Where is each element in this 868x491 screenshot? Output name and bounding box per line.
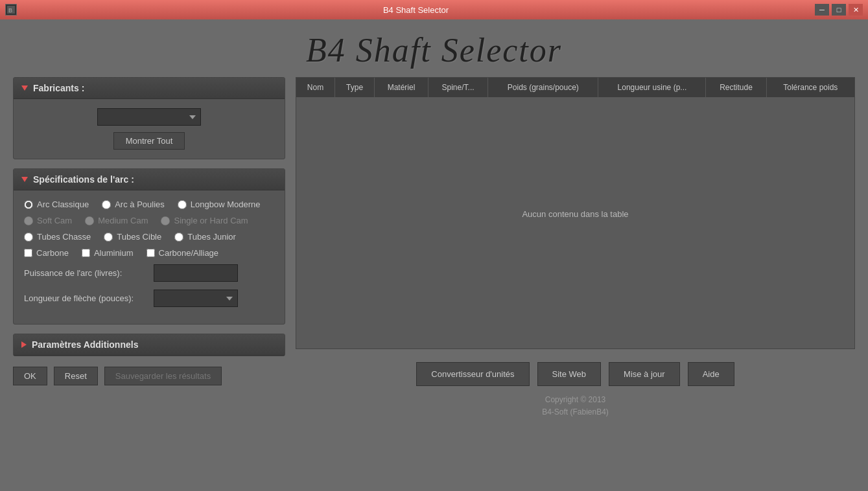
radio-soft-cam[interactable]: Soft Cam xyxy=(24,216,72,225)
arrow-length-label: Longueur de flèche (pouces): xyxy=(24,293,154,303)
copyright-line2: B4-Soft (FabienB4) xyxy=(296,406,855,418)
action-buttons-row: OK Reset Sauvegarder les résultats xyxy=(13,367,285,385)
additional-params-header[interactable]: Paramètres Additionnels xyxy=(14,334,285,356)
radio-tubes-cible[interactable]: Tubes Cible xyxy=(104,232,161,242)
show-all-button[interactable]: Montrer Tout xyxy=(113,132,185,150)
right-panel: Nom Type Matériel Spine/T... Poids (grai… xyxy=(296,77,855,418)
update-button[interactable]: Mise à jour xyxy=(609,362,680,386)
radio-tubes-cible-label: Tubes Cible xyxy=(117,232,161,242)
radio-tubes-chasse[interactable]: Tubes Chasse xyxy=(24,232,91,242)
collapse-arrow-icon xyxy=(21,86,28,91)
table-header-row: Nom Type Matériel Spine/T... Poids (grai… xyxy=(296,78,854,97)
radio-tubes-junior[interactable]: Tubes Junior xyxy=(174,232,236,242)
app-icon: B xyxy=(5,4,17,16)
radio-tubes-junior-label: Tubes Junior xyxy=(187,232,236,242)
bottom-buttons-bar: Convertisseur d'unités Site Web Mise à j… xyxy=(296,362,855,386)
minimize-button[interactable]: ─ xyxy=(815,4,829,16)
arrow-length-field-row: Longueur de flèche (pouces): xyxy=(24,290,274,307)
col-poids: Poids (grains/pouce) xyxy=(488,78,598,97)
close-button[interactable]: ✕ xyxy=(849,4,863,16)
power-label: Puissance de l'arc (livres): xyxy=(24,268,154,278)
additional-expand-icon xyxy=(21,341,27,348)
radio-arc-classique-label: Arc Classique xyxy=(37,200,89,209)
col-tolerance: Tolérance poids xyxy=(766,78,854,97)
data-table: Nom Type Matériel Spine/T... Poids (grai… xyxy=(296,78,854,330)
radio-soft-cam-input[interactable] xyxy=(24,216,33,225)
maximize-button[interactable]: □ xyxy=(832,4,846,16)
radio-tubes-chasse-input[interactable] xyxy=(24,233,33,242)
table-empty-message: Aucun contenu dans la table xyxy=(296,97,854,330)
radio-tubes-chasse-label: Tubes Chasse xyxy=(37,232,91,242)
radio-medium-cam-label: Medium Cam xyxy=(98,216,148,225)
checkbox-aluminium-input[interactable] xyxy=(82,249,90,257)
radio-arc-classique[interactable]: Arc Classique xyxy=(24,200,89,209)
bow-type-row: Arc Classique Arc à Poulies Longbow Mode… xyxy=(24,200,274,209)
cam-type-row: Soft Cam Medium Cam Single or Hard Cam xyxy=(24,216,274,225)
manufacturer-row xyxy=(24,108,274,126)
copyright-line1: Copyright © 2013 xyxy=(296,394,855,406)
save-button[interactable]: Sauvegarder les résultats xyxy=(104,367,222,385)
checkbox-aluminium-label: Aluminium xyxy=(94,248,134,258)
help-button[interactable]: Aide xyxy=(688,362,734,386)
specifications-section: Spécifications de l'arc : Arc Classique … xyxy=(13,168,285,325)
radio-arc-classique-input[interactable] xyxy=(24,200,33,209)
col-materiel: Matériel xyxy=(375,78,428,97)
radio-longbow-label: Longbow Moderne xyxy=(191,200,261,209)
spec-collapse-arrow-icon xyxy=(21,177,28,182)
titlebar-title: B4 Shaft Selector xyxy=(17,5,815,15)
radio-longbow-input[interactable] xyxy=(178,200,187,209)
checkbox-carbone-label: Carbone xyxy=(36,248,69,258)
radio-tubes-junior-input[interactable] xyxy=(174,233,183,242)
manufacturer-dropdown-wrapper xyxy=(97,108,201,126)
radio-longbow[interactable]: Longbow Moderne xyxy=(178,200,261,209)
svg-text:B: B xyxy=(8,7,12,14)
titlebar: B B4 Shaft Selector ─ □ ✕ xyxy=(0,0,868,19)
specifications-header[interactable]: Spécifications de l'arc : xyxy=(14,169,285,190)
power-field-row: Puissance de l'arc (livres): xyxy=(24,264,274,282)
col-longueur: Longueur usine (p... xyxy=(598,78,706,97)
col-type: Type xyxy=(335,78,375,97)
specifications-body: Arc Classique Arc à Poulies Longbow Mode… xyxy=(14,190,285,324)
radio-arc-poulies[interactable]: Arc à Poulies xyxy=(102,200,165,209)
material-type-row: Carbone Aluminium Carbone/Alliage xyxy=(24,248,274,258)
app-title: B4 Shaft Selector xyxy=(0,19,868,77)
tube-type-row: Tubes Chasse Tubes Cible Tubes Junior xyxy=(24,232,274,242)
col-nom: Nom xyxy=(296,78,335,97)
left-panel: Fabricants : Montrer Tout Spécifications… xyxy=(13,77,285,418)
additional-params-section: Paramètres Additionnels xyxy=(13,334,285,356)
col-rectitude: Rectitude xyxy=(706,78,766,97)
convert-button[interactable]: Convertisseur d'unités xyxy=(416,362,529,386)
radio-single-hard-cam-input[interactable] xyxy=(161,216,170,225)
fabricants-section: Fabricants : Montrer Tout xyxy=(13,77,285,159)
radio-medium-cam-input[interactable] xyxy=(85,216,94,225)
radio-tubes-cible-input[interactable] xyxy=(104,233,113,242)
arrow-length-select[interactable] xyxy=(154,290,238,307)
checkbox-carbone-alliage-label: Carbone/Alliage xyxy=(159,248,219,258)
checkbox-carbone-alliage-input[interactable] xyxy=(147,249,155,257)
reset-button[interactable]: Reset xyxy=(54,367,98,385)
power-input[interactable] xyxy=(154,264,238,282)
window-controls: ─ □ ✕ xyxy=(815,4,863,16)
radio-single-hard-cam-label: Single or Hard Cam xyxy=(174,216,248,225)
radio-arc-poulies-input[interactable] xyxy=(102,200,111,209)
fabricants-body: Montrer Tout xyxy=(14,99,285,159)
copyright: Copyright © 2013 B4-Soft (FabienB4) xyxy=(296,394,855,418)
checkbox-carbone-alliage[interactable]: Carbone/Alliage xyxy=(147,248,219,258)
checkbox-carbone[interactable]: Carbone xyxy=(24,248,69,258)
radio-medium-cam[interactable]: Medium Cam xyxy=(85,216,148,225)
website-button[interactable]: Site Web xyxy=(537,362,602,386)
radio-single-hard-cam[interactable]: Single or Hard Cam xyxy=(161,216,248,225)
manufacturer-dropdown[interactable] xyxy=(97,108,201,126)
checkbox-carbone-input[interactable] xyxy=(24,249,32,257)
radio-soft-cam-label: Soft Cam xyxy=(37,216,72,225)
checkbox-aluminium[interactable]: Aluminium xyxy=(82,248,134,258)
radio-arc-poulies-label: Arc à Poulies xyxy=(115,200,165,209)
table-container: Nom Type Matériel Spine/T... Poids (grai… xyxy=(296,77,855,349)
col-spine: Spine/T... xyxy=(428,78,487,97)
fabricants-header[interactable]: Fabricants : xyxy=(14,78,285,99)
ok-button[interactable]: OK xyxy=(13,367,47,385)
main-layout: Fabricants : Montrer Tout Spécifications… xyxy=(0,77,868,418)
arrow-length-select-wrapper xyxy=(154,290,238,307)
